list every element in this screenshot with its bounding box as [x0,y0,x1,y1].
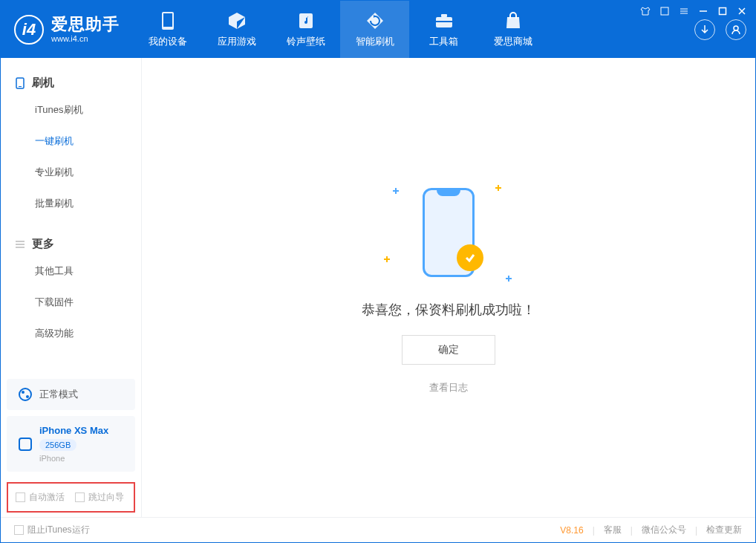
nav-apps-games[interactable]: 应用游戏 [202,1,271,58]
checkbox-label: 跳过向导 [88,491,124,504]
svg-rect-6 [441,14,447,17]
checkbox-icon [16,492,25,502]
sidebar-header-more: 更多 [1,233,141,256]
sidebar-section-flash: 刷机 iTunes刷机 一键刷机 专业刷机 批量刷机 [1,58,141,219]
checkbox-label: 阻止iTunes运行 [27,524,90,536]
sparkle-icon [495,185,501,191]
nav-label: 工具箱 [429,35,458,48]
svg-rect-10 [19,86,22,87]
maximize-button[interactable] [717,5,729,17]
sidebar-item-pro-flash[interactable]: 专业刷机 [1,157,141,188]
nav-store[interactable]: 爱思商城 [478,1,547,58]
device-icon [158,11,177,30]
list-icon [14,238,26,250]
sidebar-header-label: 刷机 [32,76,54,90]
footer: 阻止iTunes运行 V8.16 | 客服 | 微信公众号 | 检查更新 [1,517,755,542]
nav-toolbox[interactable]: 工具箱 [409,1,478,58]
sidebar-item-advanced[interactable]: 高级功能 [1,318,141,349]
header: i4 爱思助手 www.i4.cn 我的设备 应用游戏 铃声壁纸 智能刷机 工具… [1,1,755,58]
toolbox-icon [434,11,454,30]
shirt-icon[interactable] [639,5,651,17]
checkbox-skip-guide[interactable]: 跳过向导 [75,491,124,504]
sidebar-item-other-tools[interactable]: 其他工具 [1,256,141,287]
sidebar-item-batch-flash[interactable]: 批量刷机 [1,188,141,219]
body: 刷机 iTunes刷机 一键刷机 专业刷机 批量刷机 更多 其他工具 下载固件 … [1,58,755,517]
window-controls [639,5,748,17]
nav-label: 爱思商城 [494,35,532,48]
device-capacity: 256GB [39,439,76,451]
footer-link-wechat[interactable]: 微信公众号 [642,524,686,536]
mode-label: 正常模式 [39,388,78,401]
download-button[interactable] [694,19,715,40]
success-message: 恭喜您，保资料刷机成功啦！ [362,301,535,319]
checkbox-auto-activate[interactable]: 自动激活 [16,491,65,504]
footer-link-update[interactable]: 检查更新 [706,524,742,536]
sidebar-section-more: 更多 其他工具 下载固件 高级功能 [1,219,141,349]
sparkle-icon [384,256,390,262]
device-type: iPhone [39,454,108,463]
nav-label: 应用游戏 [218,35,256,48]
sidebar-item-download-firmware[interactable]: 下载固件 [1,287,141,318]
view-log-link[interactable]: 查看日志 [429,381,468,394]
nav-label: 智能刷机 [356,35,394,48]
logo-icon: i4 [14,15,44,45]
nav-my-device[interactable]: 我的设备 [133,1,202,58]
sidebar-item-one-click-flash[interactable]: 一键刷机 [1,126,141,157]
nav-ringtones[interactable]: 铃声壁纸 [271,1,340,58]
music-icon [296,11,316,30]
ok-button[interactable]: 确定 [402,335,495,365]
app-title: 爱思助手 [51,16,120,33]
device-panel[interactable]: iPhone XS Max 256GB iPhone [7,416,135,472]
nav-label: 我的设备 [149,35,187,48]
flash-options-highlight: 自动激活 跳过向导 [7,482,135,513]
minimize-button[interactable] [697,5,709,17]
sparkle-icon [393,188,399,194]
checkbox-block-itunes[interactable]: 阻止iTunes运行 [14,524,90,536]
logo-area: i4 爱思助手 www.i4.cn [1,1,133,58]
menu-icon[interactable] [678,5,690,17]
cube-icon [227,11,247,30]
success-illustration [378,181,519,284]
checkbox-icon [14,525,24,535]
sidebar: 刷机 iTunes刷机 一键刷机 专业刷机 批量刷机 更多 其他工具 下载固件 … [1,58,142,517]
svg-rect-7 [436,21,452,22]
mode-panel[interactable]: 正常模式 [7,379,135,410]
refresh-icon [365,11,385,30]
sidebar-header-flash: 刷机 [1,71,141,94]
top-nav: 我的设备 应用游戏 铃声壁纸 智能刷机 工具箱 爱思商城 [133,1,547,58]
nav-smart-flash[interactable]: 智能刷机 [340,1,409,58]
svg-rect-3 [163,13,172,27]
mode-icon [19,388,32,401]
svg-rect-0 [661,7,668,15]
phone-icon [14,77,26,89]
svg-point-8 [734,26,738,30]
user-button[interactable] [726,19,746,40]
sparkle-icon [506,276,512,282]
header-right [694,19,746,40]
sidebar-header-label: 更多 [32,237,54,251]
main-content: 恭喜您，保资料刷机成功啦！ 确定 查看日志 [142,58,755,517]
footer-link-support[interactable]: 客服 [604,524,622,536]
version-label: V8.16 [560,525,583,536]
check-badge-icon [457,244,483,271]
bag-icon [504,11,523,30]
svg-rect-1 [720,8,726,15]
close-button[interactable] [736,5,748,17]
skin-icon[interactable] [659,5,671,17]
checkbox-icon [75,492,85,502]
checkbox-label: 自动激活 [29,491,65,504]
app-subtitle: www.i4.cn [51,34,120,43]
sidebar-item-itunes-flash[interactable]: iTunes刷机 [1,94,141,126]
device-small-icon [19,438,32,451]
nav-label: 铃声壁纸 [287,35,325,48]
device-name: iPhone XS Max [39,425,108,436]
